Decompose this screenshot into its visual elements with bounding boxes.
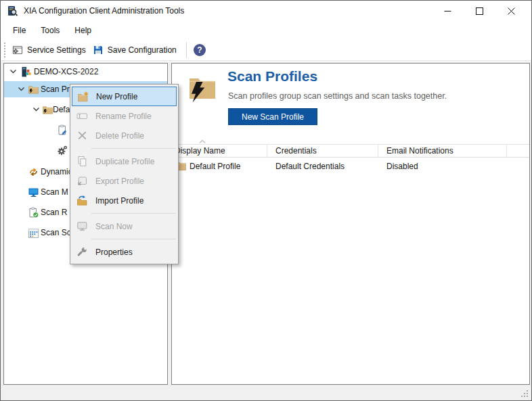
dynamic-groups-icon <box>28 166 39 178</box>
menu-item-delete-profile[interactable]: Delete Profile <box>70 126 178 145</box>
app-window: XIA Configuration Client Administration … <box>0 0 532 401</box>
new-profile-icon <box>77 91 89 103</box>
window-controls <box>432 1 527 21</box>
delete-x-icon <box>76 130 88 141</box>
toolbar-grip[interactable] <box>4 43 5 57</box>
menu-separator <box>91 148 176 149</box>
import-icon <box>76 195 88 206</box>
column-header-display-name[interactable]: Display Name <box>172 145 267 157</box>
scan-profiles-header-icon <box>186 73 219 104</box>
menu-item-export-profile[interactable]: Export Profile <box>70 171 178 191</box>
window-title: XIA Configuration Client Administration … <box>24 6 184 16</box>
menu-separator <box>91 239 176 239</box>
scan-profiles-folder-icon <box>28 84 39 95</box>
export-icon <box>76 175 88 187</box>
scan-profiles-panel: Scan Profiles Scan profiles group scan s… <box>171 63 530 385</box>
service-settings-button[interactable]: Service Settings <box>12 45 86 55</box>
toolbar-separator <box>186 42 187 58</box>
cell-display-name: Default Profile <box>190 162 240 171</box>
chevron-down-icon[interactable] <box>32 107 40 112</box>
menubar: File Tools Help <box>1 21 531 39</box>
menu-tools[interactable]: Tools <box>33 23 67 38</box>
menu-help[interactable]: Help <box>67 23 99 38</box>
chevron-down-icon[interactable] <box>18 87 25 92</box>
tree-item-label: Dynamic <box>41 167 72 176</box>
menu-file[interactable]: File <box>5 23 33 38</box>
app-icon <box>7 5 18 17</box>
server-icon <box>20 66 32 78</box>
scan-schedule-icon <box>28 227 39 239</box>
menu-separator <box>91 213 176 214</box>
tree-item-demo-xcs-2022[interactable]: DEMO-XCS-2022 <box>4 64 167 80</box>
titlebar: XIA Configuration Client Administration … <box>1 1 531 21</box>
save-icon <box>93 45 104 55</box>
cell-credentials: Default Credentials <box>267 162 378 171</box>
service-settings-icon <box>12 45 23 55</box>
tree-item-label: Defa <box>53 105 70 114</box>
table-row[interactable]: Default Profile Default Credentials Disa… <box>172 159 529 174</box>
tree-item-label: Scan M <box>41 187 68 197</box>
page-title: Scan Profiles <box>227 68 317 85</box>
maximize-button[interactable] <box>464 1 495 21</box>
tree-item-label: DEMO-XCS-2022 <box>34 67 98 76</box>
wrench-icon <box>76 246 88 258</box>
menu-item-scan-now[interactable]: Scan Now <box>70 216 178 236</box>
table-header: Display Name Credentials Email Notificat… <box>172 144 529 158</box>
help-icon[interactable]: ? <box>194 44 206 56</box>
menu-item-properties[interactable]: Properties <box>70 242 178 262</box>
toolbar: Service Settings Save Configuration ? <box>1 39 531 61</box>
context-menu: New Profile Rename Profile Delete Profil… <box>70 84 179 264</box>
content-area: DEMO-XCS-2022 Scan Pr Defa Dynamic <box>1 62 531 385</box>
sort-ascending-icon <box>199 139 206 144</box>
tree-item-label: Scan R <box>41 208 67 217</box>
scan-results-icon <box>28 207 39 218</box>
scan-now-icon <box>76 220 88 232</box>
scan-machine-icon <box>28 187 39 198</box>
menu-item-import-profile[interactable]: Import Profile <box>70 191 178 210</box>
rename-icon <box>76 110 88 122</box>
duplicate-icon <box>76 156 88 167</box>
tree-item-label: Scan Pr <box>41 85 70 94</box>
save-configuration-button[interactable]: Save Configuration <box>93 45 177 55</box>
cell-email-notifications: Disabled <box>378 162 507 171</box>
menu-item-duplicate-profile[interactable]: Duplicate Profile <box>70 151 178 171</box>
menu-item-new-profile[interactable]: New Profile <box>72 87 177 106</box>
resize-grip[interactable] <box>520 389 529 398</box>
page-subtitle: Scan profiles group scan settings and sc… <box>228 91 447 101</box>
scan-profile-folder-icon <box>42 104 53 116</box>
settings-gears-icon <box>57 145 68 156</box>
menu-item-rename-profile[interactable]: Rename Profile <box>70 106 178 126</box>
column-header-email-notifications[interactable]: Email Notifications <box>378 145 507 157</box>
service-settings-label: Service Settings <box>27 45 86 55</box>
statusbar <box>1 385 531 400</box>
tree-item-label: Scan Sc <box>41 228 71 237</box>
new-scan-profile-button[interactable]: New Scan Profile <box>228 108 317 125</box>
close-button[interactable] <box>495 1 527 21</box>
column-header-credentials[interactable]: Credentials <box>267 145 378 157</box>
minimize-button[interactable] <box>432 1 464 21</box>
checks-clipboard-icon <box>57 124 68 136</box>
chevron-down-icon[interactable] <box>9 69 17 74</box>
save-configuration-label: Save Configuration <box>108 45 177 55</box>
